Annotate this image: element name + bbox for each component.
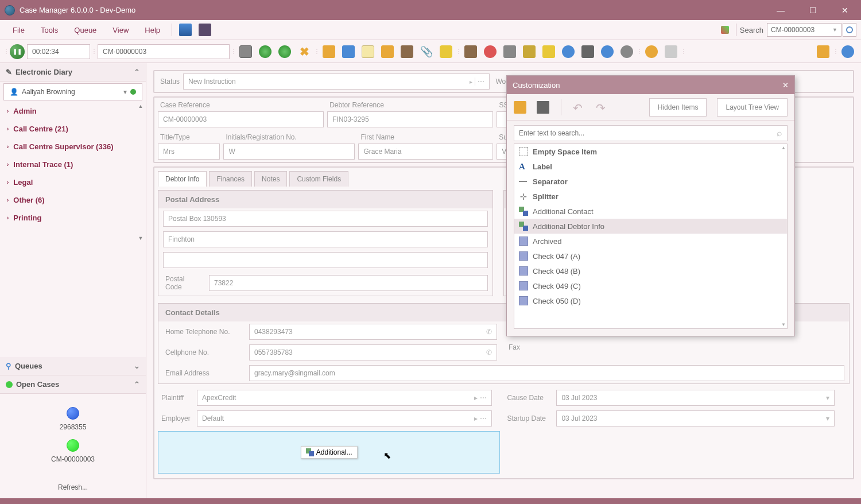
save-icon[interactable] — [537, 101, 549, 114]
send-icon[interactable] — [340, 43, 357, 60]
cust-item-check-048[interactable]: Check 048 (B) — [514, 263, 787, 278]
postal-line3[interactable] — [163, 252, 488, 268]
title-value[interactable]: Mrs — [158, 144, 220, 160]
sidebar-item-admin[interactable]: ›Admin — [0, 102, 146, 120]
customization-item-list[interactable]: Empty Space Item A Label Separator ⊹ Spl… — [514, 144, 788, 329]
cust-item-check-047[interactable]: Check 047 (A) — [514, 249, 787, 263]
tab-notes[interactable]: Notes — [254, 171, 287, 187]
pin-icon[interactable] — [437, 43, 455, 60]
scroll-down-icon[interactable]: ▼ — [137, 235, 145, 243]
gavel-icon[interactable] — [398, 43, 416, 60]
cust-item-check-050[interactable]: Check 050 (D) — [514, 293, 787, 308]
minimize-button[interactable]: — — [769, 2, 792, 19]
user-icon[interactable] — [379, 43, 396, 60]
case-ref[interactable]: CM-00000003 — [9, 455, 137, 463]
search-input[interactable]: CM-00000003 ▼ — [767, 23, 841, 37]
scroll-up-icon[interactable]: ▲ — [137, 103, 145, 111]
customization-panel[interactable]: Customization ✕ ↶ ↷ Hidden Items Layout … — [506, 75, 795, 336]
layout-drop-zone[interactable]: Additional... ⬉ — [158, 431, 500, 474]
person-icon[interactable] — [618, 43, 635, 60]
world-icon[interactable] — [643, 43, 660, 60]
undo-icon[interactable]: ↶ — [573, 101, 585, 114]
cust-item-additional-debtor[interactable]: Additional Debtor Info — [514, 219, 787, 234]
case-green-icon[interactable] — [67, 439, 79, 452]
printer-icon[interactable] — [579, 43, 596, 60]
customization-search[interactable]: ⌕ — [514, 125, 788, 141]
case-ref-input[interactable]: CM-00000003 — [98, 44, 230, 59]
flag-icon[interactable] — [721, 26, 729, 34]
menu-queue[interactable]: Queue — [66, 22, 104, 38]
cust-item-label[interactable]: A Label — [514, 159, 787, 174]
sidebar-item-call-centre[interactable]: ›Call Centre (21) — [0, 120, 146, 138]
refresh-icon[interactable] — [257, 43, 274, 60]
customization-close-button[interactable]: ✕ — [782, 81, 789, 90]
drag-item-additional[interactable]: Additional... — [301, 446, 358, 459]
chart-icon[interactable] — [199, 24, 211, 36]
link-icon[interactable] — [599, 43, 616, 60]
redo-icon[interactable]: ↷ — [596, 101, 608, 114]
open-icon[interactable] — [514, 101, 526, 114]
tab-finances[interactable]: Finances — [209, 171, 252, 187]
phone-icon[interactable]: ✆ — [486, 348, 492, 356]
add-icon[interactable] — [276, 43, 293, 60]
package-icon[interactable] — [521, 43, 538, 60]
signature-icon[interactable] — [662, 43, 680, 60]
plaintiff-combo[interactable]: ApexCredit ▸ ⋯ — [197, 390, 492, 406]
case-number[interactable]: 2968355 — [9, 423, 137, 431]
phone-icon[interactable]: ✆ — [486, 328, 492, 336]
cell-value[interactable]: 0557385783✆ — [249, 344, 497, 360]
sidebar-item-legal[interactable]: ›Legal — [0, 173, 146, 191]
tab-custom-fields[interactable]: Custom Fields — [289, 171, 348, 187]
sidebar-item-printing[interactable]: ›Printing — [0, 209, 146, 227]
tab-hidden-items[interactable]: Hidden Items — [649, 98, 707, 117]
cause-date-combo[interactable]: 03 Jul 2023 ▾ — [556, 390, 834, 406]
customization-scrollbar[interactable]: ▲▼ — [780, 144, 787, 328]
monitor-icon[interactable] — [179, 24, 192, 36]
cust-item-separator[interactable]: Separator — [514, 174, 787, 189]
menu-tools[interactable]: Tools — [33, 22, 66, 38]
home-tel-value[interactable]: 0438293473✆ — [249, 324, 497, 340]
bell-icon[interactable] — [320, 43, 338, 60]
sidebar-item-internal-trace[interactable]: ›Internal Trace (1) — [0, 156, 146, 173]
refresh-link[interactable]: Refresh... — [0, 476, 146, 498]
customization-search-input[interactable] — [519, 129, 777, 137]
firstname-value[interactable]: Grace Maria — [358, 144, 493, 160]
cust-item-check-049[interactable]: Check 049 (C) — [514, 278, 787, 293]
menu-file[interactable]: File — [5, 22, 33, 38]
sidebar-item-other[interactable]: ›Other (6) — [0, 191, 146, 209]
cust-item-splitter[interactable]: ⊹ Splitter — [514, 189, 787, 204]
case-blue-icon[interactable] — [67, 407, 79, 420]
cust-item-empty-space[interactable]: Empty Space Item — [514, 144, 787, 159]
print-icon[interactable] — [462, 43, 479, 60]
status-combo[interactable]: New Instruction ▸ ⋯ — [183, 73, 490, 90]
pause-button[interactable]: ❚❚ — [10, 44, 25, 59]
user-selector[interactable]: 👤 Aaliyah Browning ▾ — [3, 83, 142, 100]
maximize-button[interactable]: ☐ — [801, 2, 824, 19]
delete-icon[interactable]: ✖ — [296, 43, 313, 60]
tab-layout-tree[interactable]: Layout Tree View — [717, 98, 788, 117]
menu-help[interactable]: Help — [137, 22, 168, 38]
close-button[interactable]: ✕ — [833, 2, 856, 19]
menu-view[interactable]: View — [104, 22, 137, 38]
note-icon[interactable] — [359, 43, 377, 60]
postal-code-value[interactable]: 73822 — [209, 275, 488, 291]
users-icon[interactable] — [482, 43, 499, 60]
settings-icon[interactable] — [839, 43, 856, 60]
cust-item-archived[interactable]: Archived — [514, 234, 787, 249]
cust-item-additional-contact[interactable]: Additional Contact — [514, 204, 787, 219]
electronic-diary-header[interactable]: ✎ Electronic Diary ⌃ — [0, 63, 146, 82]
startup-date-combo[interactable]: 03 Jul 2023 ▾ — [556, 410, 834, 427]
search-button[interactable] — [843, 23, 856, 37]
mail-icon[interactable] — [540, 43, 557, 60]
employer-combo[interactable]: Default ▸ ⋯ — [197, 410, 492, 427]
sidebar-item-supervisor[interactable]: ›Call Centre Supervisor (336) — [0, 138, 146, 156]
export-icon[interactable] — [815, 43, 832, 60]
postal-line1[interactable]: Postal Box 130593 — [163, 211, 488, 227]
save-icon[interactable] — [237, 43, 254, 60]
tab-debtor-info[interactable]: Debtor Info — [158, 171, 207, 187]
globe-add-icon[interactable] — [560, 43, 577, 60]
queues-header[interactable]: ⚲ Queues ⌄ — [0, 357, 146, 375]
building-icon[interactable] — [501, 43, 518, 60]
customization-titlebar[interactable]: Customization ✕ — [507, 76, 794, 94]
initials-value[interactable]: W — [223, 144, 355, 160]
